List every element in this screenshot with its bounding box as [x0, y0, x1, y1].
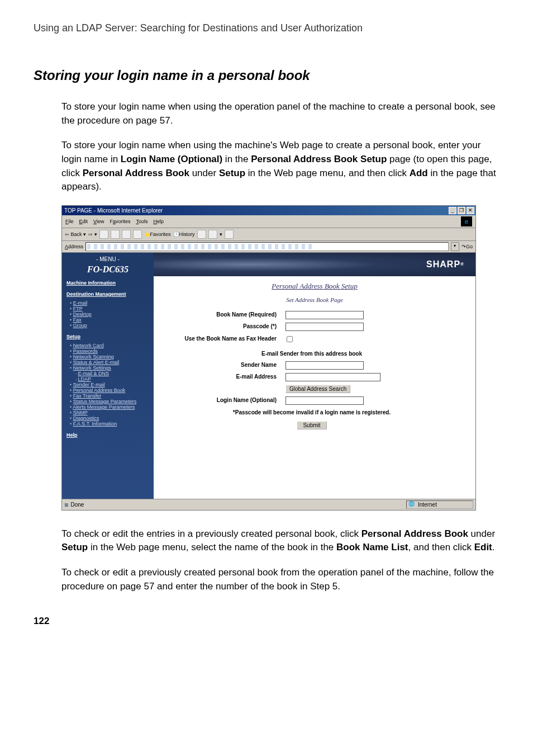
menu-edit[interactable]: Edit	[79, 219, 88, 224]
sidebar-item-fax[interactable]: Fax	[73, 317, 82, 323]
p2-b2: Personal Address Book Setup	[251, 154, 387, 164]
p2-b5: Add	[410, 168, 428, 178]
paragraph-2: To store your login name when using the …	[61, 139, 499, 194]
main-pane: SHARP® Personal Address Book Setup Set A…	[154, 253, 475, 499]
refresh-icon[interactable]	[111, 230, 120, 239]
history-button[interactable]: 🕓History	[173, 231, 195, 237]
p3-b4: Edit	[474, 542, 492, 552]
page-title: Personal Address Book Setup	[154, 282, 475, 291]
section-email-sender: E-mail Sender from this address book	[170, 351, 453, 357]
status-bar: Done Internet	[62, 499, 475, 510]
label-email-address: E-mail Address	[170, 374, 285, 380]
menu-view[interactable]: View	[93, 219, 104, 224]
passcode-note: *Passcode will become invalid if a login…	[170, 409, 453, 415]
input-passcode[interactable]	[285, 323, 364, 331]
minimize-button[interactable]: _	[449, 207, 456, 214]
address-bar: Address ▾ ↷Go	[62, 241, 475, 253]
sidebar-item-alerts-msg-params[interactable]: Alerts Message Parameters	[73, 404, 135, 410]
submit-button[interactable]: Submit	[297, 421, 326, 429]
sidebar-model: FO-DC635	[66, 264, 149, 275]
sidebar-item-status-msg-params[interactable]: Status Message Parameters	[73, 399, 137, 404]
address-input[interactable]	[85, 242, 449, 251]
sidebar-help[interactable]: Help	[66, 432, 149, 438]
sidebar-item-group[interactable]: Group	[73, 323, 87, 328]
p3-m1: under	[468, 528, 495, 539]
sidebar-item-fax-transfer[interactable]: Fax Transfer	[73, 393, 102, 399]
p3-end: .	[492, 542, 495, 552]
toolbar-more[interactable]: ▾	[220, 231, 222, 237]
back-button[interactable]: ⇦ Back ▾	[65, 231, 86, 237]
p2-m4: in the Web page menu, and then click	[245, 168, 410, 178]
label-passcode: Passcode (*)	[170, 323, 285, 330]
close-button[interactable]: ✕	[467, 207, 474, 214]
status-zone: Internet	[406, 500, 473, 509]
paragraph-4: To check or edit a previously created pe…	[61, 566, 499, 593]
sidebar-item-desktop[interactable]: Desktop	[73, 311, 92, 317]
search-icon[interactable]	[133, 230, 142, 239]
menu-tools[interactable]: Tools	[136, 219, 147, 224]
sidebar-item-sender-email[interactable]: Sender E-mail	[73, 382, 105, 388]
sidebar-item-fast-info[interactable]: F.A.S.T. Information	[73, 421, 117, 427]
sidebar-item-network-card[interactable]: Network Card	[73, 343, 104, 348]
paragraph-3: To check or edit the entries in a previo…	[61, 527, 499, 555]
sidebar-setup[interactable]: Setup	[66, 334, 149, 339]
sidebar-item-personal-address-book[interactable]: Personal Address Book	[73, 388, 126, 393]
mail-icon[interactable]	[197, 230, 206, 239]
stop-icon[interactable]	[99, 230, 108, 239]
sidebar-item-ftp[interactable]: FTP	[73, 306, 83, 311]
page-subtitle: Set Address Book Page	[154, 296, 475, 303]
menu-bar: File Edit View Favorites Tools Help e	[62, 215, 475, 228]
home-icon[interactable]	[122, 230, 131, 239]
input-login-name[interactable]	[285, 396, 364, 405]
edit-icon[interactable]	[225, 230, 234, 239]
menu-help[interactable]: Help	[153, 219, 164, 224]
brand-banner: SHARP®	[154, 253, 475, 276]
sidebar-item-diagnostics[interactable]: Diagnostics	[73, 415, 99, 421]
p3-m3: , and then click	[408, 542, 474, 552]
maximize-button[interactable]: ❐	[458, 207, 465, 214]
p3-b1: Personal Address Book	[361, 528, 468, 539]
p2-b1: Login Name (Optional)	[121, 154, 222, 164]
sidebar-item-email-dns[interactable]: E-mail & DNS	[78, 371, 109, 376]
label-sender-name: Sender Name	[170, 362, 285, 368]
p3-m2: in the Web page menu, select the name of…	[88, 542, 336, 552]
print-icon[interactable]	[208, 230, 217, 239]
sidebar-machine-info[interactable]: Machine Information	[66, 280, 149, 286]
window-title: TOP PAGE - Microsoft Internet Explorer	[64, 207, 163, 214]
paragraph-1: To store your login name when using the …	[61, 100, 499, 127]
menu-favorites[interactable]: Favorites	[110, 219, 130, 224]
sidebar-item-ldap[interactable]: LDAP	[78, 376, 91, 382]
sidebar-item-passwords[interactable]: Passwords	[73, 348, 98, 354]
go-button[interactable]: ↷Go	[461, 244, 473, 249]
menu-file[interactable]: File	[65, 219, 74, 224]
checkbox-use-book-name[interactable]	[287, 336, 293, 342]
input-book-name[interactable]	[285, 311, 364, 319]
input-email-address[interactable]	[285, 373, 380, 381]
browser-window: TOP PAGE - Microsoft Internet Explorer _…	[61, 205, 476, 511]
page-number: 122	[34, 616, 499, 627]
sidebar-item-network-scanning[interactable]: Network Scanning	[73, 354, 114, 360]
sidebar-menu-head: - MENU -	[66, 256, 149, 262]
brand-logo: SHARP	[426, 259, 460, 270]
window-title-bar: TOP PAGE - Microsoft Internet Explorer _…	[62, 206, 475, 215]
sidebar-item-status-alert-email[interactable]: Status & Alert E-mail	[73, 360, 120, 365]
sidebar-dest-mgmt[interactable]: Destination Management	[66, 291, 149, 297]
page-header: Using an LDAP Server: Searching for Dest…	[34, 22, 499, 34]
p3-b3: Book Name List	[336, 542, 408, 552]
sidebar-item-network-settings[interactable]: Network Settings	[73, 365, 111, 371]
sidebar-item-email[interactable]: E-mail	[73, 300, 88, 306]
p2-m3: under	[189, 168, 219, 178]
address-label: Address	[65, 244, 83, 249]
status-done: Done	[64, 502, 84, 508]
p2-b4: Setup	[219, 168, 245, 178]
p2-b3: Personal Address Book	[83, 168, 189, 178]
sidebar: - MENU - FO-DC635 Machine Information De…	[62, 253, 154, 499]
address-dropdown[interactable]: ▾	[451, 242, 459, 251]
global-address-search-button[interactable]: Global Address Search	[285, 385, 350, 393]
sidebar-item-snmp[interactable]: SNMP	[73, 410, 88, 415]
favorites-button[interactable]: ⭐Favorites	[144, 231, 171, 237]
input-sender-name[interactable]	[285, 361, 364, 370]
p2-m1: in the	[222, 154, 251, 164]
forward-button[interactable]: ⇨ ▾	[88, 231, 97, 237]
section-title: Storing your login name in a personal bo…	[34, 68, 499, 83]
